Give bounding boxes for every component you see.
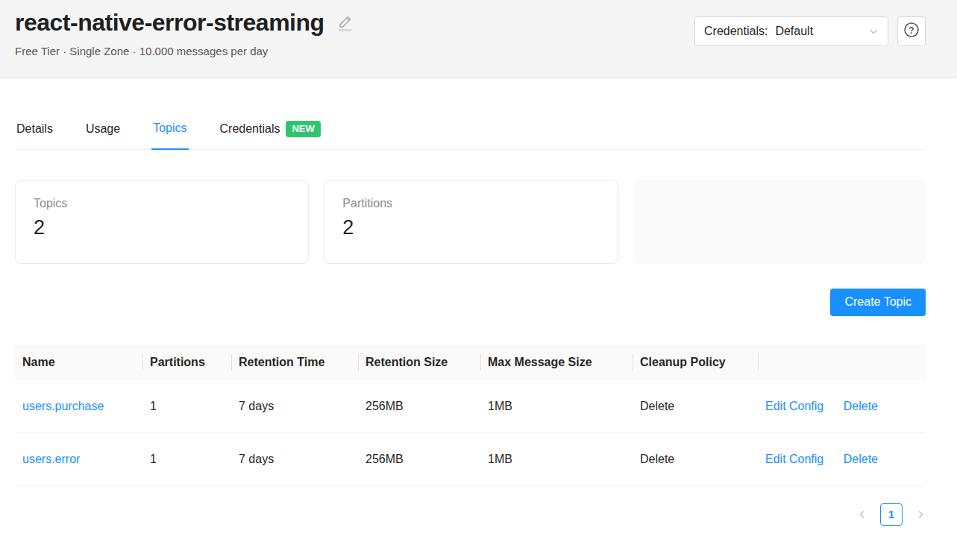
- col-header-cleanup-policy: Cleanup Policy: [633, 345, 758, 380]
- page-header: react-native-error-streaming Free Tier ·…: [0, 0, 957, 78]
- cell-cleanup-policy: Delete: [633, 380, 758, 433]
- credentials-select[interactable]: Credentials: Default: [694, 16, 888, 46]
- topic-name-link[interactable]: users.error: [22, 453, 80, 465]
- cell-retention-time: 7 days: [231, 432, 358, 485]
- create-topic-button[interactable]: Create Topic: [830, 289, 926, 316]
- tab-topics-label: Topics: [153, 122, 186, 135]
- stat-label: Topics: [34, 197, 290, 210]
- col-header-partitions: Partitions: [142, 345, 231, 380]
- tab-topics[interactable]: Topics: [151, 118, 188, 150]
- tab-usage[interactable]: Usage: [84, 118, 122, 149]
- stat-label: Partitions: [342, 197, 599, 210]
- edit-config-link[interactable]: Edit Config: [765, 400, 823, 412]
- credentials-select-value: Default: [775, 25, 813, 38]
- cell-partitions: 1: [142, 380, 231, 433]
- tab-credentials-label: Credentials: [220, 122, 280, 136]
- stat-value: 2: [342, 216, 599, 239]
- table-row: users.purchase 1 7 days 256MB 1MB Delete…: [15, 380, 926, 433]
- edit-config-link[interactable]: Edit Config: [765, 453, 823, 465]
- cell-max-message-size: 1MB: [480, 432, 633, 485]
- tab-bar: Details Usage Topics Credentials NEW: [15, 118, 926, 150]
- cell-retention-size: 256MB: [358, 380, 480, 433]
- tab-usage-label: Usage: [86, 122, 120, 136]
- stat-card-empty: [633, 180, 926, 264]
- pagination-page-1[interactable]: 1: [880, 503, 903, 526]
- cell-max-message-size: 1MB: [480, 380, 633, 433]
- page-title: react-native-error-streaming: [15, 4, 324, 40]
- svg-text:?: ?: [909, 25, 914, 36]
- stat-card-partitions: Partitions 2: [324, 180, 618, 264]
- col-header-actions: [758, 345, 926, 380]
- cluster-subtitle: Free Tier · Single Zone · 10.000 message…: [15, 45, 354, 57]
- pagination-next-icon[interactable]: [915, 509, 926, 520]
- pagination: 1: [15, 503, 926, 526]
- credentials-select-label: Credentials:: [704, 25, 768, 38]
- col-header-name: Name: [15, 345, 142, 380]
- col-header-max-message-size: Max Message Size: [480, 345, 633, 380]
- col-header-retention-time: Retention Time: [231, 345, 358, 380]
- header-left: react-native-error-streaming Free Tier ·…: [15, 4, 354, 57]
- topics-table: Name Partitions Retention Time Retention…: [15, 345, 926, 486]
- table-row: users.error 1 7 days 256MB 1MB Delete Ed…: [15, 432, 926, 485]
- pagination-prev-icon[interactable]: [857, 509, 867, 520]
- stat-cards: Topics 2 Partitions 2: [15, 180, 926, 264]
- question-circle-icon: ?: [903, 22, 920, 41]
- delete-link[interactable]: Delete: [844, 453, 878, 465]
- col-header-retention-size: Retention Size: [358, 345, 480, 380]
- new-badge: NEW: [286, 121, 320, 137]
- stat-card-topics: Topics 2: [15, 180, 309, 264]
- delete-link[interactable]: Delete: [844, 400, 878, 412]
- tab-credentials[interactable]: Credentials NEW: [219, 118, 322, 149]
- edit-pencil-icon[interactable]: [336, 13, 354, 35]
- cell-retention-time: 7 days: [231, 380, 358, 433]
- help-button[interactable]: ?: [897, 16, 926, 46]
- tab-details-label: Details: [16, 122, 53, 136]
- cell-cleanup-policy: Delete: [633, 432, 758, 485]
- main-content: Details Usage Topics Credentials NEW Top…: [0, 118, 957, 526]
- cell-retention-size: 256MB: [358, 432, 480, 485]
- cell-partitions: 1: [142, 432, 231, 485]
- table-header-row: Name Partitions Retention Time Retention…: [15, 345, 926, 380]
- chevron-down-icon: [868, 26, 879, 37]
- tab-details[interactable]: Details: [15, 118, 54, 149]
- topic-name-link[interactable]: users.purchase: [22, 400, 104, 412]
- stat-value: 2: [34, 216, 290, 239]
